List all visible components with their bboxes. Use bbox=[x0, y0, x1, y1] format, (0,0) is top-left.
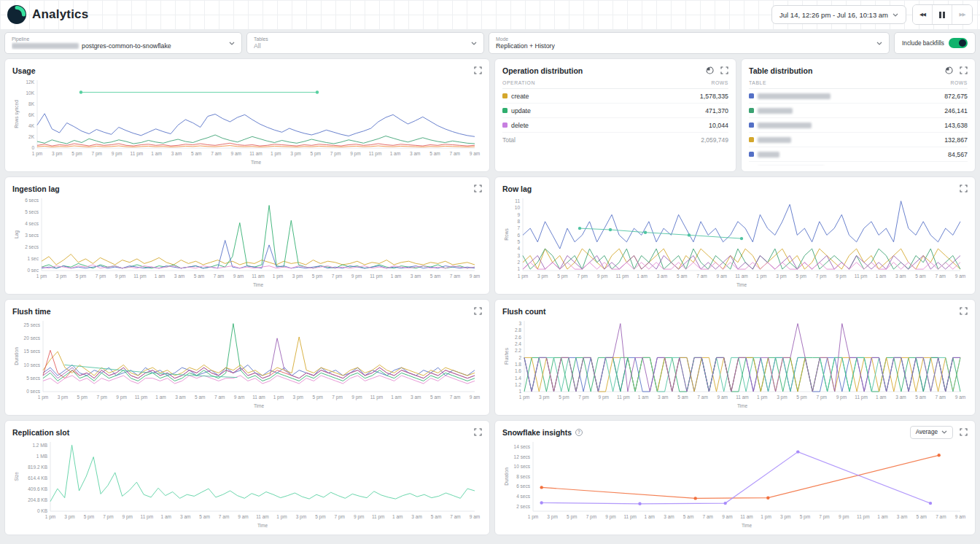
usage-title: Usage bbox=[12, 66, 36, 75]
svg-text:5 pm: 5 pm bbox=[567, 514, 577, 520]
chevron-down-icon bbox=[876, 42, 882, 45]
dashboard: Usage 02K4K6K8K10K12K1 pm3 pm5 pm7 pm9 p… bbox=[0, 58, 980, 535]
mode-value: Replication + History bbox=[496, 42, 555, 50]
forward-button[interactable]: ▶▶ bbox=[952, 5, 972, 24]
svg-text:7 am: 7 am bbox=[696, 273, 707, 279]
svg-text:409.6 KB: 409.6 KB bbox=[28, 486, 47, 491]
svg-text:5 am: 5 am bbox=[431, 514, 441, 519]
svg-text:11 am: 11 am bbox=[740, 514, 753, 519]
svg-text:7 am: 7 am bbox=[450, 273, 460, 279]
row-count: 246,141 bbox=[944, 107, 968, 114]
svg-text:12 secs: 12 secs bbox=[514, 454, 531, 459]
date-range-label: Jul 14, 12:26 pm - Jul 16, 10:13 am bbox=[779, 11, 888, 19]
mode-select[interactable]: Mode Replication + History bbox=[489, 32, 890, 54]
svg-text:3 pm: 3 pm bbox=[539, 395, 549, 400]
include-backfills: Include backfills bbox=[894, 32, 976, 54]
expand-icon[interactable] bbox=[474, 307, 482, 315]
svg-text:3 am: 3 am bbox=[895, 273, 906, 279]
expand-icon[interactable] bbox=[474, 66, 482, 74]
column-header: OPERATION bbox=[502, 80, 535, 85]
svg-text:11 am: 11 am bbox=[256, 514, 269, 519]
svg-text:0 secs: 0 secs bbox=[26, 389, 41, 394]
ingestion-lag-chart[interactable]: 0 sec1 sec2 secs3 secs4 secs5 secs6 secs… bbox=[12, 194, 482, 288]
flush-time-chart[interactable]: 0 secs5 secs10 secs15 secs20 secs25 secs… bbox=[12, 316, 482, 409]
svg-text:1 MB: 1 MB bbox=[36, 454, 47, 459]
svg-text:3 pm: 3 pm bbox=[292, 273, 303, 279]
expand-icon[interactable] bbox=[474, 184, 482, 193]
svg-text:1 pm: 1 pm bbox=[518, 273, 528, 279]
svg-text:7 pm: 7 pm bbox=[103, 514, 113, 520]
svg-text:11 pm: 11 pm bbox=[369, 151, 382, 157]
pause-button[interactable] bbox=[933, 5, 952, 24]
svg-text:9 pm: 9 pm bbox=[598, 395, 608, 400]
svg-text:9 am: 9 am bbox=[230, 151, 241, 156]
usage-chart[interactable]: 02K4K6K8K10K12K1 pm3 pm5 pm7 pm9 pm11 pm… bbox=[12, 76, 482, 166]
svg-text:7 pm: 7 pm bbox=[819, 514, 829, 520]
playback-controls: ◀◀ ▶▶ bbox=[912, 4, 973, 25]
date-range-button[interactable]: Jul 14, 12:26 pm - Jul 16, 10:13 am bbox=[771, 5, 906, 24]
expand-icon[interactable] bbox=[720, 66, 728, 74]
svg-text:3 pm: 3 pm bbox=[777, 395, 787, 400]
svg-text:8K: 8K bbox=[28, 101, 35, 106]
operation-distribution-table: OPERATION ROWS create1,578,335update471,… bbox=[502, 77, 728, 166]
svg-text:Time: Time bbox=[253, 282, 264, 287]
svg-text:5 am: 5 am bbox=[916, 514, 926, 519]
tables-select[interactable]: Tables All bbox=[246, 32, 484, 54]
svg-text:20 secs: 20 secs bbox=[24, 335, 41, 341]
replication-slot-chart[interactable]: 0 KB204.8 KB409.6 KB614.4 KB819.2 KB1 MB… bbox=[12, 438, 482, 529]
svg-text:11 pm: 11 pm bbox=[135, 395, 148, 400]
svg-text:7 pm: 7 pm bbox=[816, 395, 826, 400]
svg-text:Time: Time bbox=[742, 523, 752, 528]
svg-text:3 secs: 3 secs bbox=[25, 233, 39, 238]
svg-text:7 am: 7 am bbox=[936, 395, 946, 400]
pie-toggle-icon[interactable] bbox=[706, 66, 714, 74]
svg-text:1 pm: 1 pm bbox=[761, 514, 771, 520]
svg-text:Size: Size bbox=[14, 472, 19, 481]
snowflake-insights-chart[interactable]: 2 secs4 secs6 secs8 secs10 secs12 secs14… bbox=[502, 438, 968, 529]
svg-text:9 pm: 9 pm bbox=[350, 151, 360, 157]
svg-text:Time: Time bbox=[251, 160, 262, 165]
svg-text:1 pm: 1 pm bbox=[273, 273, 283, 279]
svg-text:Rows: Rows bbox=[504, 228, 509, 241]
pipeline-select[interactable]: Pipeline postgres-common-to-snowflake bbox=[4, 32, 242, 54]
svg-text:11 pm: 11 pm bbox=[616, 273, 629, 279]
expand-icon[interactable] bbox=[960, 184, 968, 193]
svg-text:1 am: 1 am bbox=[155, 395, 166, 400]
svg-text:Duration: Duration bbox=[504, 467, 509, 486]
svg-text:3 am: 3 am bbox=[411, 514, 421, 519]
tables-value: All bbox=[254, 42, 268, 50]
svg-text:1.2 MB: 1.2 MB bbox=[32, 443, 47, 448]
svg-text:11 pm: 11 pm bbox=[370, 273, 383, 279]
svg-text:4 secs: 4 secs bbox=[516, 494, 531, 499]
expand-icon[interactable] bbox=[474, 428, 482, 436]
svg-text:7 pm: 7 pm bbox=[578, 273, 588, 279]
redacted-text bbox=[12, 43, 79, 49]
svg-text:3 pm: 3 pm bbox=[776, 273, 786, 279]
pie-toggle-icon[interactable] bbox=[945, 66, 953, 74]
svg-text:11 pm: 11 pm bbox=[141, 514, 154, 520]
toggle-knob bbox=[959, 39, 966, 47]
expand-icon[interactable] bbox=[960, 307, 968, 315]
rewind-button[interactable]: ◀◀ bbox=[913, 5, 933, 24]
svg-text:5 pm: 5 pm bbox=[800, 514, 810, 520]
flush-count-chart[interactable]: 11.21.41.61.822.22.42.62.831 pm3 pm5 pm7… bbox=[502, 316, 968, 409]
svg-text:5: 5 bbox=[517, 239, 520, 244]
svg-text:2: 2 bbox=[518, 355, 521, 360]
svg-text:9 am: 9 am bbox=[716, 273, 726, 279]
svg-text:7 am: 7 am bbox=[219, 514, 229, 519]
help-icon[interactable]: ? bbox=[575, 429, 583, 436]
svg-text:7 pm: 7 pm bbox=[578, 395, 588, 400]
series-color-swatch bbox=[749, 93, 754, 98]
row-count: 1,578,335 bbox=[700, 93, 728, 100]
expand-icon[interactable] bbox=[960, 66, 968, 74]
svg-text:2.4: 2.4 bbox=[515, 341, 521, 346]
include-backfills-toggle[interactable] bbox=[949, 38, 968, 48]
svg-text:1 am: 1 am bbox=[160, 514, 171, 519]
svg-text:9 am: 9 am bbox=[470, 273, 480, 279]
svg-text:1.4: 1.4 bbox=[515, 376, 521, 381]
row-lag-chart[interactable]: 12345678910111 pm3 pm5 pm7 pm9 pm11 pm1 … bbox=[502, 194, 968, 288]
expand-icon[interactable] bbox=[960, 428, 968, 436]
aggregation-select[interactable]: Average bbox=[910, 426, 953, 439]
svg-text:5 pm: 5 pm bbox=[312, 395, 322, 400]
svg-text:5 pm: 5 pm bbox=[557, 273, 567, 279]
